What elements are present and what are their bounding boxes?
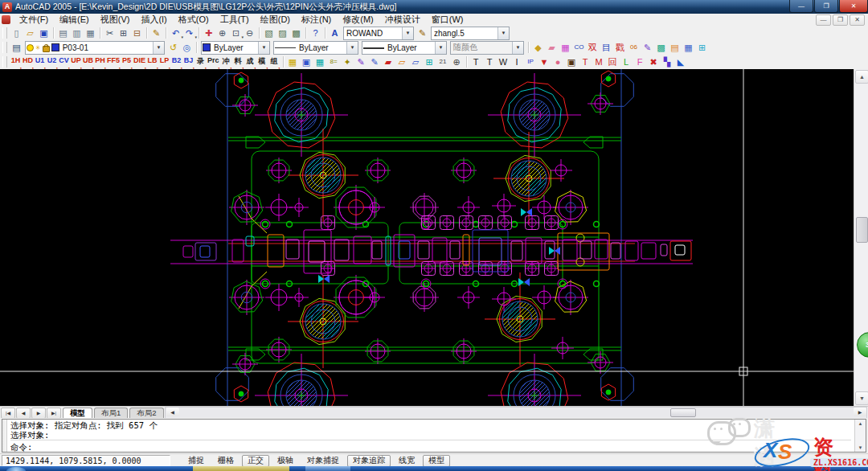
sketch-icon[interactable]: ✎	[641, 41, 654, 54]
layer-states-icon[interactable]: ◎	[180, 41, 194, 54]
zoom-window-icon[interactable]: ⊡▾	[229, 27, 243, 39]
toolbar-grip[interactable]	[2, 27, 7, 39]
palette-icon[interactable]: ▦	[559, 41, 572, 54]
markup-icon[interactable]: ▩	[289, 27, 303, 39]
mdi-restore-button[interactable]: ❐	[833, 14, 848, 26]
close-button[interactable]: ✕	[839, 0, 868, 13]
toolbar-grip[interactable]	[2, 42, 7, 53]
layer-lock-icon[interactable]	[43, 46, 50, 52]
status-toggle-线宽[interactable]: 线宽	[393, 455, 420, 467]
pan-icon[interactable]: ✚	[202, 27, 215, 39]
die-command-P5[interactable]: P5,	[121, 56, 133, 68]
die-command-成[interactable]: 成,	[244, 56, 256, 68]
grid-tool-icon[interactable]: ▦	[313, 55, 327, 68]
scroll-down-icon[interactable]: ▼	[858, 444, 863, 452]
die-command-LP[interactable]: LP,	[158, 56, 170, 68]
mdi-minimize-button[interactable]: —	[816, 14, 831, 26]
status-toggle-极轴[interactable]: 极轴	[272, 455, 299, 467]
menu-item-8[interactable]: 修改(M)	[337, 14, 379, 26]
die-command-料[interactable]: 料,	[232, 56, 244, 68]
punch-t-red-icon[interactable]: T	[579, 55, 592, 68]
pencil-tool-icon[interactable]: ✎	[368, 55, 382, 68]
folder-blue-icon[interactable]: ▱	[409, 55, 423, 68]
die-command-U2[interactable]: U2,	[46, 56, 58, 68]
die-command-FF5[interactable]: FF5,	[106, 56, 121, 68]
horizontal-scrollbar[interactable]: ◀ ▶	[165, 407, 867, 419]
die-command-PH[interactable]: PH,	[94, 56, 106, 68]
spring-icon[interactable]: M	[592, 55, 606, 68]
command-scrollbar[interactable]: ▲ ▼	[854, 420, 866, 452]
text-style-icon[interactable]: A	[328, 27, 342, 39]
undo-icon[interactable]: ↶▾	[169, 27, 182, 39]
cut-icon[interactable]: ✂	[103, 27, 117, 39]
shuang-command-icon[interactable]: 双	[586, 41, 600, 54]
text-style-combo[interactable]: ROWAND ▼	[343, 27, 414, 40]
start-orb-icon[interactable]	[6, 467, 26, 471]
menu-item-0[interactable]: 文件(F)	[14, 14, 54, 26]
copy-icon[interactable]: ⊞	[117, 27, 130, 39]
zoom-previous-icon[interactable]: ⊖	[243, 27, 256, 39]
layout-tab-模型[interactable]: 模型	[63, 408, 92, 419]
mold-icon[interactable]: ▼	[538, 55, 551, 68]
die-command-组[interactable]: 组,	[268, 56, 280, 68]
command-prompt[interactable]: 命令:	[10, 442, 851, 452]
status-toggle-栅格[interactable]: 栅格	[212, 455, 240, 467]
circle-plus-icon[interactable]: ⊕	[450, 55, 464, 68]
die-command-BJ[interactable]: BJ,	[182, 56, 194, 68]
dim8-tool-icon[interactable]: 8=	[327, 55, 341, 68]
folder-orange-icon[interactable]: ▱	[395, 55, 409, 68]
marker-tool-icon[interactable]: ✎	[354, 55, 368, 68]
menu-item-3[interactable]: 插入(I)	[135, 14, 172, 26]
co-command-icon[interactable]: CO	[572, 41, 586, 54]
vertical-scroll-thumb[interactable]	[856, 217, 868, 243]
tab-nav-3[interactable]: ▶|	[47, 408, 61, 419]
badge-21-icon[interactable]: 21	[436, 55, 450, 68]
lineweight-control-combo[interactable]: ByLayer ▼	[362, 41, 447, 55]
o6-command-icon[interactable]: 06	[627, 41, 641, 54]
linetype-control-combo[interactable]: ByLayer ▼	[273, 41, 358, 55]
scroll-left-icon[interactable]: ◀	[166, 408, 179, 416]
windows-taskbar[interactable]	[0, 466, 868, 471]
key-tool-icon[interactable]: ✦	[341, 55, 354, 68]
command-text-area[interactable]: 选择对象: 指定对角点: 找到 657 个 选择对象: 命令:	[7, 420, 854, 452]
dim-style-icon[interactable]: ✎	[416, 27, 429, 39]
eraser-icon[interactable]: ▰	[545, 41, 559, 54]
help-icon[interactable]: ?	[309, 27, 322, 39]
die-block-icon[interactable]: ▣	[565, 55, 579, 68]
maximize-button[interactable]: ❐	[814, 0, 838, 13]
punch-t1-icon[interactable]: T	[469, 55, 483, 68]
layer-previous-icon[interactable]: ↺	[166, 41, 180, 54]
layout-tab-布局1[interactable]: 布局1	[94, 408, 128, 419]
chevron-down-icon[interactable]: ▼	[402, 27, 413, 39]
new-icon[interactable]: ▯	[10, 27, 23, 39]
layout-tab-布局2[interactable]: 布局2	[129, 408, 163, 419]
table-icon[interactable]: ▦	[682, 41, 695, 54]
layer-properties-icon[interactable]: ▤	[10, 41, 23, 54]
menu-item-1[interactable]: 编辑(E)	[54, 14, 95, 26]
chevron-down-icon[interactable]: ▼	[435, 42, 446, 54]
swatches-icon[interactable]: ▤	[668, 41, 682, 54]
coordinate-readout[interactable]: 1429.1144, 1079.5815, 0.0000	[2, 455, 170, 466]
plot-icon[interactable]: ▤	[56, 27, 70, 39]
menu-item-10[interactable]: 窗口(W)	[426, 14, 469, 26]
chevron-down-icon[interactable]: ▼	[153, 42, 164, 54]
drawing-canvas[interactable]	[0, 69, 854, 406]
taskbar-folder-item[interactable]	[193, 466, 289, 471]
scroll-up-icon[interactable]: ▲	[858, 420, 863, 428]
window-tool-icon[interactable]: ▣	[300, 55, 313, 68]
die-command-模[interactable]: 模,	[256, 56, 268, 68]
properties-icon[interactable]: ▧	[262, 27, 276, 39]
step-punch-icon[interactable]: I	[510, 55, 524, 68]
menu-item-9[interactable]: 冲模设计	[379, 14, 426, 26]
layer-freeze-icon[interactable]: ✳	[35, 44, 41, 51]
chevron-down-icon[interactable]: ▼	[497, 27, 509, 39]
hourglass-icon[interactable]: ✖	[647, 55, 661, 68]
die-command-LB[interactable]: LB,	[146, 56, 158, 68]
punch-ip-icon[interactable]: IP	[524, 55, 538, 68]
menu-item-4[interactable]: 格式(O)	[173, 14, 215, 26]
list-icon[interactable]: 目	[600, 41, 613, 54]
designcenter-icon[interactable]: ▨	[276, 27, 289, 39]
status-toggle-模型[interactable]: 模型	[423, 455, 450, 467]
die-command-B2[interactable]: B2,	[170, 56, 182, 68]
die-command-Prc[interactable]: Prc,	[207, 56, 220, 68]
